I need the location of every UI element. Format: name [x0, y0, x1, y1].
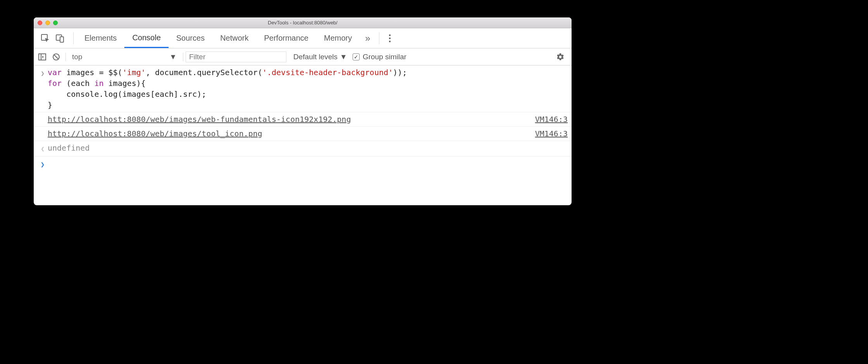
log-source-link[interactable]: VM146:3	[526, 114, 568, 125]
device-toolbar-icon[interactable]	[55, 34, 65, 43]
console-code[interactable]: var images = $$('img', document.querySel…	[48, 67, 568, 110]
clear-console-icon[interactable]	[49, 50, 63, 64]
tab-network[interactable]: Network	[212, 28, 256, 48]
console-settings-icon[interactable]	[551, 53, 570, 61]
console-prompt-input[interactable]	[48, 158, 568, 170]
log-link[interactable]: http://localhost:8080/web/images/web-fun…	[48, 115, 351, 124]
dropdown-icon: ▼	[169, 53, 177, 61]
window-title: DevTools - localhost:8080/web/	[34, 20, 572, 26]
svg-point-5	[389, 40, 390, 42]
console-output[interactable]: ❯ var images = $$('img', document.queryS…	[34, 65, 572, 205]
more-options-icon[interactable]	[382, 28, 397, 48]
group-similar-toggle[interactable]: ✓ Group similar	[353, 53, 406, 61]
output-chevron-icon: ❮	[41, 144, 45, 155]
svg-line-9	[54, 55, 58, 59]
tabs-overflow-icon[interactable]: »	[360, 28, 375, 48]
console-log-row: http://localhost:8080/web/images/tool_ic…	[34, 127, 572, 141]
tab-elements[interactable]: Elements	[77, 28, 124, 48]
checkbox-icon: ✓	[353, 53, 360, 60]
console-prompt-row[interactable]: ❯	[34, 156, 572, 172]
log-levels-label: Default levels	[293, 53, 338, 61]
zoom-button[interactable]	[53, 21, 58, 25]
log-levels-selector[interactable]: Default levels ▼	[293, 53, 347, 61]
tab-sources[interactable]: Sources	[169, 28, 212, 48]
titlebar[interactable]: DevTools - localhost:8080/web/	[34, 17, 572, 28]
tab-performance[interactable]: Performance	[257, 28, 317, 48]
log-source-link[interactable]: VM146:3	[526, 128, 568, 139]
result-value: undefined	[48, 143, 90, 155]
filter-input[interactable]	[186, 52, 286, 62]
toggle-sidebar-icon[interactable]	[35, 50, 49, 64]
console-toolbar: top ▼ Default levels ▼ ✓ Group similar	[34, 48, 572, 65]
close-button[interactable]	[38, 21, 42, 25]
minimize-button[interactable]	[45, 21, 50, 25]
devtools-window: DevTools - localhost:8080/web/	[34, 17, 572, 205]
group-similar-label: Group similar	[363, 53, 406, 61]
prompt-chevron-icon: ❯	[41, 159, 45, 170]
tab-console[interactable]: Console	[124, 28, 168, 48]
console-result-row: ❮ undefined	[34, 141, 572, 156]
svg-point-4	[389, 37, 390, 39]
traffic-lights	[38, 21, 58, 25]
input-chevron-icon: ❯	[41, 68, 45, 79]
inspect-element-icon[interactable]	[41, 34, 50, 43]
svg-point-3	[389, 34, 390, 36]
svg-rect-2	[60, 37, 64, 42]
dropdown-icon: ▼	[340, 53, 347, 61]
context-selector-value: top	[72, 53, 82, 61]
console-input-row: ❯ var images = $$('img', document.queryS…	[34, 65, 572, 112]
console-log-row: http://localhost:8080/web/images/web-fun…	[34, 112, 572, 127]
log-link[interactable]: http://localhost:8080/web/images/tool_ic…	[48, 129, 262, 138]
devtools-tabstrip: Elements Console Sources Network Perform…	[34, 28, 572, 48]
context-selector[interactable]: top ▼	[68, 51, 181, 63]
tab-memory[interactable]: Memory	[316, 28, 360, 48]
